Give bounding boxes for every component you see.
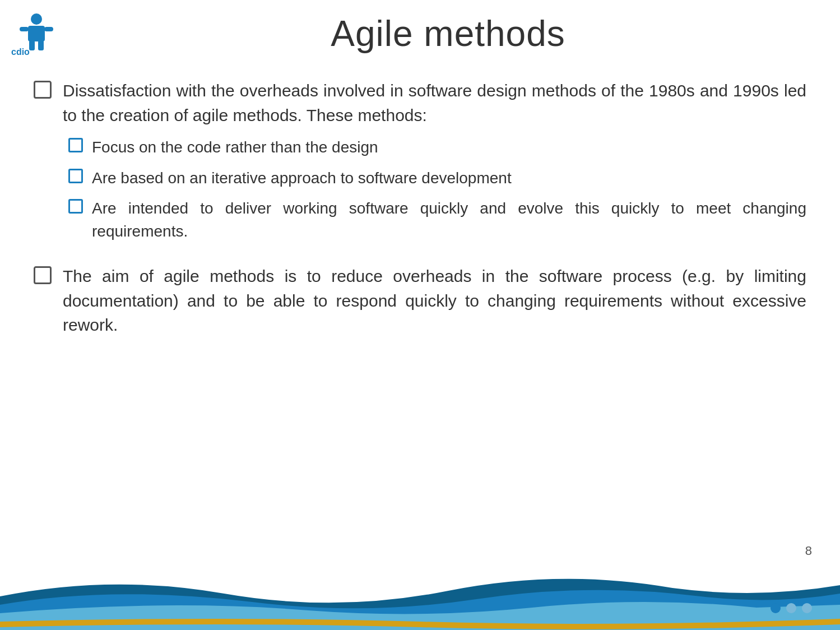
bottom-decoration [0, 563, 840, 630]
bullet-checkbox-4 [34, 266, 52, 284]
slide: cdio Agile methods Dissatisfaction with … [0, 0, 840, 630]
nav-dot-3[interactable] [802, 603, 812, 613]
bullet-item-1: Dissatisfaction with the overheads invol… [34, 78, 806, 251]
sub-bullet-checkbox-1 [68, 138, 83, 152]
content-area: Dissatisfaction with the overheads invol… [0, 62, 840, 630]
bullet-content-1: Dissatisfaction with the overheads invol… [63, 78, 806, 251]
sub-bullet-item-3: Are intended to deliver working software… [68, 197, 806, 243]
svg-rect-5 [44, 27, 53, 31]
sub-bullet-checkbox-3 [68, 199, 83, 214]
svg-point-0 [31, 13, 42, 25]
title-area: Agile methods [78, 13, 818, 54]
svg-rect-1 [28, 26, 45, 41]
bullet-text-2: The aim of agile methods is to reduce ov… [63, 264, 806, 337]
cdio-logo: cdio [11, 11, 62, 56]
svg-rect-2 [29, 40, 35, 50]
sub-bullet-text-3: Are intended to deliver working software… [92, 197, 806, 243]
page-number: 8 [805, 544, 812, 558]
nav-dot-2[interactable] [786, 603, 796, 613]
nav-dot-1[interactable] [771, 603, 781, 613]
slide-title: Agile methods [78, 13, 818, 54]
bullet-item-2: The aim of agile methods is to reduce ov… [34, 264, 806, 337]
svg-text:cdio: cdio [11, 47, 30, 56]
bullet-text-1: Dissatisfaction with the overheads invol… [63, 78, 806, 127]
sub-bullet-text-2: Are based on an iterative approach to so… [92, 167, 806, 190]
svg-rect-3 [38, 40, 44, 50]
sub-bullet-checkbox-2 [68, 169, 83, 183]
sub-bullet-item-2: Are based on an iterative approach to so… [68, 167, 806, 190]
sub-bullet-item-1: Focus on the code rather than the design [68, 136, 806, 159]
bullet-checkbox-1 [34, 81, 52, 99]
svg-rect-4 [20, 27, 29, 31]
sub-bullets: Focus on the code rather than the design… [63, 136, 806, 243]
nav-dots [771, 603, 812, 613]
logo-area: cdio [11, 11, 78, 56]
header: cdio Agile methods [0, 0, 840, 62]
sub-bullet-text-1: Focus on the code rather than the design [92, 136, 806, 159]
